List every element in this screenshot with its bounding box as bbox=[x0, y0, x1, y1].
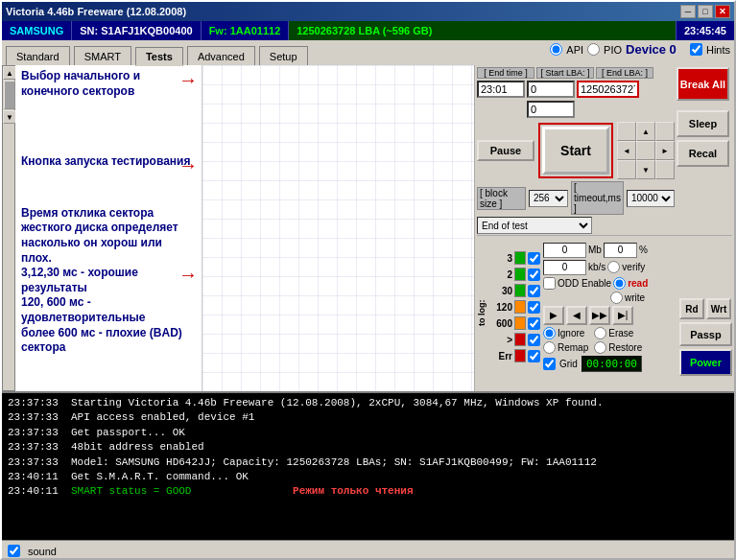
lba-inputs-row2 bbox=[477, 101, 675, 118]
timeout-label: [ timeout,ms ] bbox=[571, 181, 624, 215]
start-lba-input[interactable] bbox=[527, 81, 575, 98]
bar-30-check[interactable] bbox=[528, 285, 540, 297]
annotation-text-3: Время отклика сектора жесткого диска опр… bbox=[21, 206, 196, 356]
serial-number: SN: S1AFJ1KQB00400 bbox=[72, 21, 201, 40]
nav-empty-br bbox=[655, 160, 675, 179]
wrt-button[interactable]: Wrt bbox=[706, 298, 731, 319]
remap-label: Remap bbox=[558, 342, 588, 353]
bar-gt-check[interactable] bbox=[528, 334, 540, 346]
kbs-value: 0 bbox=[543, 260, 586, 275]
write-label: write bbox=[625, 292, 645, 303]
annotation-text-1: Выбор начального и конечного секторов bbox=[21, 69, 196, 99]
tab-setup[interactable]: Setup bbox=[259, 46, 308, 65]
end-lba-label: [ End LBA: ] bbox=[596, 67, 653, 79]
device-bar: API PIO Device 0 Hints bbox=[550, 42, 730, 57]
read-label: read bbox=[628, 278, 648, 289]
tab-standard[interactable]: Standard bbox=[6, 46, 70, 65]
hints-label: Hints bbox=[706, 44, 730, 56]
scroll-down-btn[interactable]: ▼ bbox=[3, 110, 16, 124]
percent-unit: % bbox=[639, 245, 648, 255]
nav-right-btn[interactable]: ► bbox=[655, 141, 675, 160]
drive-model: SAMSUNG bbox=[2, 21, 72, 40]
odd-label: ODD Enable bbox=[558, 278, 611, 289]
scroll-up-btn[interactable]: ▲ bbox=[3, 66, 16, 80]
erase-row: Erase bbox=[594, 327, 642, 339]
bar-600-check[interactable] bbox=[528, 317, 540, 330]
bar-600-indicator bbox=[514, 316, 526, 330]
end-time-input[interactable] bbox=[477, 81, 525, 98]
mode-select[interactable]: End of test bbox=[477, 217, 592, 234]
break-all-button[interactable]: Break All bbox=[677, 67, 729, 101]
bar-gt-indicator bbox=[514, 333, 526, 346]
back-button[interactable]: ◀ bbox=[566, 306, 587, 325]
rd-wrt-row: Rd Wrt bbox=[679, 298, 732, 319]
api-radio[interactable] bbox=[550, 43, 562, 56]
close-button[interactable]: ✕ bbox=[715, 5, 730, 18]
bar-120: 120 bbox=[488, 299, 540, 315]
nav-left-btn[interactable]: ◄ bbox=[617, 141, 636, 160]
main-window: Victoria 4.46b Freeware (12.08.2008) ─ □… bbox=[0, 0, 736, 560]
nav-empty-bl bbox=[617, 160, 636, 179]
ignore-row: Ignore bbox=[543, 327, 588, 339]
bar-3: 3 bbox=[488, 250, 540, 266]
window-title: Victoria 4.46b Freeware (12.08.2008) bbox=[6, 6, 186, 17]
mb-value: 0 bbox=[543, 243, 586, 258]
maximize-button[interactable]: □ bbox=[698, 5, 713, 18]
recal-button[interactable]: Recal bbox=[677, 140, 729, 167]
sound-checkbox[interactable] bbox=[8, 545, 20, 557]
minimize-button[interactable]: ─ bbox=[680, 5, 696, 18]
grid-timer-row: Grid 00:00:00 bbox=[543, 356, 677, 372]
ignore-radio[interactable] bbox=[543, 327, 556, 339]
remap-radio[interactable] bbox=[543, 341, 556, 354]
kbs-row: 0 kb/s verify bbox=[543, 260, 677, 275]
pio-radio[interactable] bbox=[587, 43, 600, 56]
content-wrapper: ▲ ▼ Выбор начального и конечного секторо… bbox=[2, 65, 734, 391]
play-button[interactable]: ▶ bbox=[543, 306, 564, 325]
sleep-button[interactable]: Sleep bbox=[677, 110, 729, 137]
tab-advanced[interactable]: Advanced bbox=[187, 46, 255, 65]
ignore-label: Ignore bbox=[558, 328, 584, 338]
sound-label: sound bbox=[28, 546, 57, 557]
last-button[interactable]: ▶| bbox=[612, 306, 633, 325]
restore-radio[interactable] bbox=[594, 341, 606, 354]
tab-smart[interactable]: SMART bbox=[74, 46, 131, 65]
end-lba-input[interactable] bbox=[577, 81, 639, 98]
tab-tests[interactable]: Tests bbox=[135, 47, 183, 66]
scroll-track[interactable] bbox=[3, 81, 14, 109]
erase-label: Erase bbox=[608, 328, 633, 338]
passp-button[interactable]: Passp bbox=[679, 322, 732, 346]
odd-checkbox[interactable] bbox=[543, 277, 556, 290]
rd-button[interactable]: Rd bbox=[679, 298, 704, 319]
bar-2-indicator bbox=[514, 268, 526, 281]
block-size-select[interactable]: 256 bbox=[529, 190, 568, 207]
bar-3-check[interactable] bbox=[528, 252, 540, 265]
log-line-7: 23:40:11 SMART status = GOOD Режим тольк… bbox=[8, 484, 728, 499]
start-lba-input2[interactable] bbox=[527, 101, 575, 118]
write-radio[interactable] bbox=[610, 292, 623, 304]
ff-button[interactable]: ▶▶ bbox=[589, 306, 610, 325]
timeout-select[interactable]: 10000 bbox=[627, 190, 675, 207]
nav-up-btn[interactable]: ▲ bbox=[636, 122, 655, 141]
erase-radio[interactable] bbox=[594, 327, 606, 339]
bar-120-check[interactable] bbox=[528, 301, 540, 314]
bars-checkboxes: to log: 3 2 bbox=[477, 250, 540, 363]
scroll-thumb[interactable] bbox=[4, 81, 15, 109]
bar-600: 600 bbox=[488, 315, 540, 331]
bottom-bar: sound bbox=[2, 540, 734, 560]
start-button[interactable]: Start bbox=[542, 127, 609, 175]
power-button[interactable]: Power bbox=[679, 349, 732, 376]
timer-display: 00:00:00 bbox=[582, 356, 642, 372]
playback-controls: ▶ ◀ ▶▶ ▶| bbox=[543, 306, 677, 325]
read-radio[interactable] bbox=[613, 277, 626, 290]
grid-checkbox[interactable] bbox=[543, 358, 556, 370]
annotation-2: Кнопка запуска тестирования → bbox=[21, 154, 196, 170]
arrow-2: → bbox=[178, 154, 198, 176]
left-scrollbar[interactable]: ▲ ▼ bbox=[2, 65, 15, 391]
verify-radio[interactable] bbox=[607, 261, 620, 273]
pause-button[interactable]: Pause bbox=[477, 140, 534, 161]
hints-checkbox[interactable] bbox=[690, 43, 702, 56]
bar-2-check[interactable] bbox=[528, 268, 540, 281]
bar-gt: > bbox=[488, 332, 540, 347]
bar-err-check[interactable] bbox=[528, 350, 540, 362]
nav-down-btn[interactable]: ▼ bbox=[636, 160, 655, 179]
